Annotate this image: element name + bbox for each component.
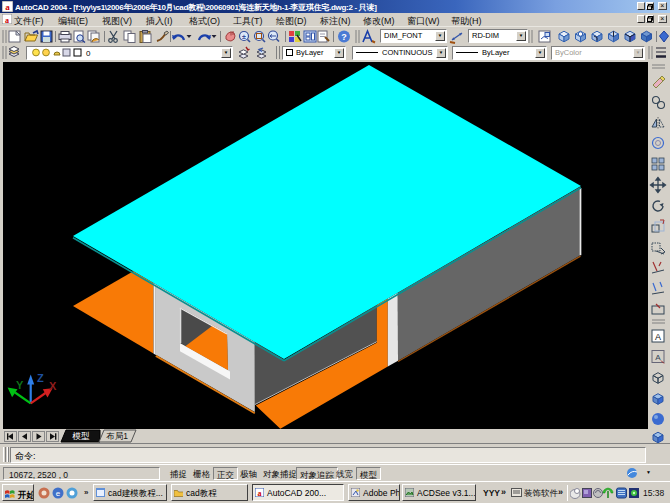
svg-text:a: a (258, 489, 262, 498)
svg-text:?: ? (341, 32, 347, 42)
svg-text:Z: Z (37, 372, 44, 384)
svg-text:a: a (5, 16, 9, 25)
svg-text:模型: 模型 (72, 431, 91, 441)
svg-text:e: e (56, 489, 61, 498)
svg-text:Y: Y (16, 379, 24, 391)
svg-text:X: X (49, 380, 57, 392)
svg-text:»: » (84, 488, 89, 497)
svg-text:0: 0 (86, 49, 91, 58)
svg-text:A: A (655, 353, 661, 362)
svg-text:±: ± (242, 33, 246, 40)
svg-text:a: a (5, 2, 10, 12)
svg-text:布局1: 布局1 (106, 431, 128, 441)
svg-text:A: A (655, 332, 661, 342)
